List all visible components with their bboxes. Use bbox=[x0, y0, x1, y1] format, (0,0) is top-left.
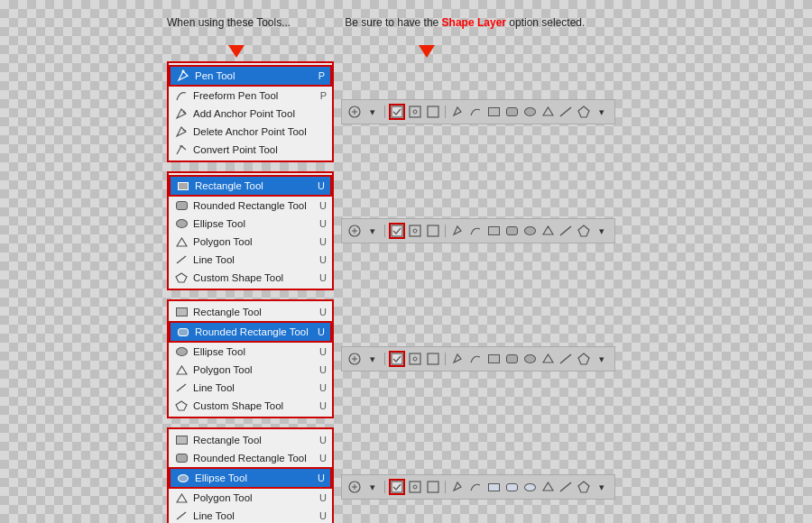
line2-tool-item[interactable]: Line Tool U bbox=[169, 251, 332, 269]
tb-line-shape[interactable] bbox=[558, 104, 574, 120]
tb4-ellipse-shape[interactable] bbox=[521, 479, 538, 495]
polygon2-label: Polygon Tool bbox=[193, 236, 316, 247]
tb-custom-shape[interactable] bbox=[576, 104, 592, 120]
rrect4-tool-item[interactable]: Rounded Rectangle Tool U bbox=[169, 449, 332, 467]
line4-label: Line Tool bbox=[193, 510, 316, 521]
tb2-path-btn[interactable] bbox=[407, 223, 423, 239]
freeform-pen-icon bbox=[174, 88, 189, 103]
freeform-pen-tool-item[interactable]: Freeform Pen Tool P bbox=[169, 87, 332, 105]
tb2-arrow-btn[interactable]: ▾ bbox=[364, 223, 381, 239]
tb-rrect-shape[interactable] bbox=[503, 104, 520, 120]
tb2-fill-btn[interactable] bbox=[425, 223, 441, 239]
polygon2-tool-item[interactable]: Polygon Tool U bbox=[169, 233, 332, 251]
tb-freeform-icon[interactable] bbox=[467, 104, 484, 120]
custom2-tool-item[interactable]: Custom Shape Tool U bbox=[169, 269, 332, 287]
tb2-custom-shape[interactable] bbox=[576, 223, 592, 239]
pen-tool-item[interactable]: Pen Tool P bbox=[169, 65, 332, 87]
tb4-circle-btn[interactable] bbox=[346, 479, 363, 495]
tb4-path-btn[interactable] bbox=[407, 479, 423, 495]
svg-rect-14 bbox=[410, 225, 420, 236]
tb2-ellipse-shape[interactable] bbox=[521, 223, 538, 239]
tb-circle-btn[interactable] bbox=[346, 104, 363, 120]
line3-tool-item[interactable]: Line Tool U bbox=[169, 379, 332, 397]
ellipse4-tool-item[interactable]: Ellipse Tool U bbox=[169, 467, 332, 489]
tb4-pen-icon[interactable] bbox=[449, 479, 466, 495]
ellipse3-tool-item[interactable]: Ellipse Tool U bbox=[169, 343, 332, 361]
tb2-options-arrow[interactable]: ▾ bbox=[594, 223, 610, 239]
header: When using these Tools... Be sure to hav… bbox=[0, 0, 812, 38]
tb-fill-btn[interactable] bbox=[425, 104, 441, 120]
tb3-circle-btn[interactable] bbox=[346, 351, 363, 367]
tb-options-arrow[interactable]: ▾ bbox=[594, 104, 610, 120]
add-anchor-tool-item[interactable]: + Add Anchor Point Tool bbox=[169, 105, 332, 123]
tb-rect-shape[interactable] bbox=[485, 104, 502, 120]
rect4-tool-item[interactable]: Rectangle Tool U bbox=[169, 431, 332, 449]
tb3-custom-shape[interactable] bbox=[576, 351, 592, 367]
line4-tool-item[interactable]: Line Tool U bbox=[169, 507, 332, 523]
tb4-custom-shape[interactable] bbox=[576, 479, 592, 495]
tb-pen-icon[interactable] bbox=[449, 104, 466, 120]
rrect3-tool-item[interactable]: Rounded Rectangle Tool U bbox=[169, 321, 332, 343]
tb2-rrect-shape[interactable] bbox=[503, 223, 520, 239]
polygon2-icon bbox=[174, 234, 189, 249]
tb3-options-arrow[interactable]: ▾ bbox=[594, 351, 610, 367]
tb-ellipse-shape[interactable] bbox=[521, 104, 538, 120]
pen-tool-icon bbox=[176, 69, 190, 83]
ellipse2-tool-item[interactable]: Ellipse Tool U bbox=[169, 215, 332, 233]
pen-panel-wrapper: Pen Tool P Freeform Pen Tool P + bbox=[167, 61, 341, 162]
tb4-options-arrow[interactable]: ▾ bbox=[594, 479, 610, 495]
tb3-line-shape[interactable] bbox=[558, 351, 574, 367]
tb3-arrow-btn[interactable]: ▾ bbox=[364, 351, 381, 367]
tb4-shape-layer-btn[interactable] bbox=[389, 479, 405, 495]
tb3-rect-shape[interactable] bbox=[485, 351, 502, 367]
tb2-shape-layer-btn[interactable] bbox=[389, 223, 405, 239]
tb2-pen-icon[interactable] bbox=[449, 223, 466, 239]
tb3-shape-layer-btn[interactable] bbox=[389, 351, 405, 367]
tb-path-btn[interactable] bbox=[407, 104, 423, 120]
tb2-polygon-shape[interactable] bbox=[540, 223, 556, 239]
svg-rect-31 bbox=[392, 482, 402, 492]
tb3-rrect-shape[interactable] bbox=[503, 351, 520, 367]
freeform-pen-shortcut: P bbox=[320, 90, 327, 101]
tb-sep1 bbox=[384, 106, 385, 118]
rect3-tool-item[interactable]: Rectangle Tool U bbox=[169, 303, 332, 321]
rrect2-tool-item[interactable]: Rounded Rectangle Tool U bbox=[169, 197, 332, 215]
tb4-polygon-shape[interactable] bbox=[540, 479, 556, 495]
ellipse4-shortcut: U bbox=[318, 473, 325, 483]
tb4-rrect-shape[interactable] bbox=[503, 479, 520, 495]
tb3-freeform-icon[interactable] bbox=[467, 351, 484, 367]
custom3-tool-item[interactable]: Custom Shape Tool U bbox=[169, 397, 332, 415]
tb4-fill-btn[interactable] bbox=[425, 479, 441, 495]
tb4-rect-shape[interactable] bbox=[485, 479, 502, 495]
tb2-circle-btn[interactable] bbox=[346, 223, 363, 239]
tb2-line-shape[interactable] bbox=[558, 223, 574, 239]
tb3-pen-icon[interactable] bbox=[449, 351, 466, 367]
polygon4-tool-item[interactable]: Polygon Tool U bbox=[169, 489, 332, 507]
tb-polygon-shape[interactable] bbox=[540, 104, 556, 120]
tb-shape-layer-btn[interactable] bbox=[389, 104, 405, 120]
tb-arrow-btn[interactable]: ▾ bbox=[364, 104, 381, 120]
tb3-polygon-shape[interactable] bbox=[540, 351, 556, 367]
svg-point-24 bbox=[413, 357, 417, 361]
tb4-line-shape[interactable] bbox=[558, 479, 574, 495]
ellipse-panel-wrapper: Rectangle Tool U Rounded Rectangle Tool … bbox=[167, 427, 341, 523]
rect3-label: Rectangle Tool bbox=[193, 307, 316, 317]
tb3-fill-btn[interactable] bbox=[425, 351, 441, 367]
custom3-label: Custom Shape Tool bbox=[193, 400, 316, 411]
convert-point-tool-item[interactable]: Convert Point Tool bbox=[169, 141, 332, 159]
rect-tool-item[interactable]: Rectangle Tool U bbox=[169, 175, 332, 197]
ellipse3-icon bbox=[174, 344, 189, 359]
tb4-freeform-icon[interactable] bbox=[467, 479, 484, 495]
tb3-sep1 bbox=[384, 353, 385, 365]
tb2-rect-shape[interactable] bbox=[485, 223, 502, 239]
ellipse4-label: Ellipse Tool bbox=[195, 473, 314, 483]
tb3-ellipse-shape[interactable] bbox=[521, 351, 538, 367]
svg-line-20 bbox=[177, 384, 186, 391]
polygon4-label: Polygon Tool bbox=[193, 492, 316, 503]
tb3-path-btn[interactable] bbox=[407, 351, 423, 367]
tb2-freeform-icon[interactable] bbox=[467, 223, 484, 239]
polygon3-tool-item[interactable]: Polygon Tool U bbox=[169, 361, 332, 379]
header-right-text: Be sure to have the Shape Layer option s… bbox=[345, 16, 585, 29]
tb4-arrow-btn[interactable]: ▾ bbox=[364, 479, 381, 495]
del-anchor-tool-item[interactable]: − Delete Anchor Point Tool bbox=[169, 123, 332, 141]
